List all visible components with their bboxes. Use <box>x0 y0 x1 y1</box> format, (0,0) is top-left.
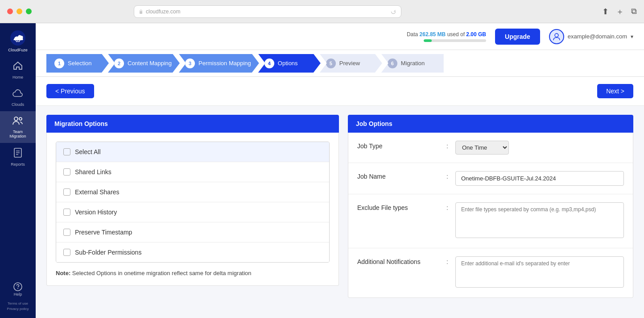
cloudfuze-logo-icon <box>9 29 26 46</box>
sidebar-item-team-migration[interactable]: Team Migration <box>0 111 36 143</box>
option-preserve-timestamp[interactable]: Preserve Timestamp <box>56 222 329 243</box>
step-6-num: 6 <box>388 59 397 68</box>
step-6[interactable]: 6 Migration <box>381 54 444 73</box>
subfolder-permissions-checkbox[interactable] <box>63 249 70 256</box>
address-bar[interactable]: cloudfuze.com <box>134 5 401 18</box>
sidebar-item-clouds[interactable]: Clouds <box>0 84 36 111</box>
additional-notifications-row: Additional Notifications : <box>348 248 633 297</box>
step-5[interactable]: 5 Preview <box>320 54 382 73</box>
option-shared-links[interactable]: Shared Links <box>56 162 329 182</box>
home-icon <box>12 60 23 74</box>
option-select-all[interactable]: Select All <box>56 142 329 162</box>
share-icon[interactable]: ⬆ <box>602 7 609 17</box>
data-usage: Data 262.85 MB used of 2.00 GB <box>407 31 486 42</box>
nav-buttons: < Previous Next > <box>36 77 644 106</box>
mac-maximize-button[interactable] <box>26 8 32 14</box>
stepper: 1 Selection 2 Content Mapping 3 Permissi… <box>46 54 444 73</box>
step-5-label: Preview <box>339 60 360 67</box>
step-5-num: 5 <box>326 59 336 68</box>
help-icon <box>12 281 23 292</box>
sidebar-item-reports[interactable]: Reports <box>0 143 36 171</box>
user-avatar <box>549 29 564 44</box>
exclude-file-types-textarea[interactable] <box>455 202 624 238</box>
job-name-colon: : <box>446 171 455 180</box>
job-name-label: Job Name <box>357 171 446 180</box>
user-menu[interactable]: example@domain.com ▾ <box>549 29 633 44</box>
step-4-label: Options <box>278 60 298 67</box>
preserve-timestamp-checkbox[interactable] <box>63 229 70 236</box>
top-bar: Data 262.85 MB used of 2.00 GB Upgrade <box>36 23 644 50</box>
shared-links-checkbox[interactable] <box>63 168 70 176</box>
data-total: 2.00 GB <box>466 31 486 38</box>
migration-options-body: Select All Shared Links External Shares <box>46 133 339 286</box>
sidebar: CloudFuze Home Clouds <box>0 23 36 318</box>
next-button[interactable]: Next > <box>597 84 633 98</box>
options-list: Select All Shared Links External Shares <box>56 142 330 263</box>
option-version-history[interactable]: Version History <box>56 202 329 222</box>
mac-window-chrome: cloudfuze.com ⬆ ＋ ⧉ <box>0 0 644 23</box>
note-body: Selected Options in onetime migration re… <box>70 270 251 276</box>
sidebar-logo-text: CloudFuze <box>8 48 28 52</box>
svg-point-2 <box>14 117 18 121</box>
tabs-icon[interactable]: ⧉ <box>631 7 637 16</box>
preserve-timestamp-label: Preserve Timestamp <box>75 229 132 236</box>
sidebar-item-home[interactable]: Home <box>0 56 36 84</box>
svg-point-9 <box>17 288 18 289</box>
new-tab-icon[interactable]: ＋ <box>616 6 624 17</box>
exclude-file-types-label: Exclude File types <box>357 202 446 211</box>
external-shares-label: External Shares <box>75 188 120 196</box>
sidebar-terms: Terms of use Privacy policy <box>7 301 29 314</box>
privacy-policy-link[interactable]: Privacy policy <box>7 306 29 312</box>
lock-icon <box>139 9 143 14</box>
sidebar-item-home-label: Home <box>12 75 23 80</box>
user-chevron-icon: ▾ <box>631 33 633 40</box>
step-1-label: Selection <box>68 60 91 67</box>
version-history-label: Version History <box>75 209 117 216</box>
progress-bar <box>424 39 486 42</box>
step-6-label: Migration <box>401 60 425 67</box>
step-4[interactable]: 4 Options <box>258 54 321 73</box>
mac-minimize-button[interactable] <box>17 8 22 14</box>
migration-options-header: Migration Options <box>46 115 339 133</box>
mac-close-button[interactable] <box>7 8 13 14</box>
step-3[interactable]: 3 Permission Mapping <box>179 54 259 73</box>
url-text: cloudfuze.com <box>146 8 388 15</box>
step-1-num: 1 <box>54 59 64 68</box>
terms-of-use-link[interactable]: Terms of use <box>7 301 29 306</box>
external-shares-checkbox[interactable] <box>63 188 70 196</box>
step-2-label: Content Mapping <box>128 60 172 67</box>
step-2[interactable]: 2 Content Mapping <box>108 54 180 73</box>
step-1[interactable]: 1 Selection <box>46 54 109 73</box>
step-4-num: 4 <box>264 59 274 68</box>
additional-notifications-textarea[interactable] <box>455 256 624 288</box>
sidebar-help-label: Help <box>14 292 22 297</box>
job-name-value <box>455 171 624 186</box>
option-subfolder-permissions[interactable]: Sub-Folder Permissions <box>56 243 329 262</box>
shared-links-label: Shared Links <box>75 168 111 176</box>
exclude-file-types-value <box>455 202 624 240</box>
job-options-header: Job Options <box>348 115 633 133</box>
additional-notifications-colon: : <box>446 256 455 265</box>
sidebar-item-team-migration-label: Team Migration <box>9 130 26 138</box>
note-prefix: Note: <box>56 270 70 276</box>
data-usage-text: Data 262.85 MB used of 2.00 GB <box>407 31 486 38</box>
sidebar-help[interactable]: Help <box>12 277 23 301</box>
version-history-checkbox[interactable] <box>63 209 70 216</box>
option-external-shares[interactable]: External Shares <box>56 182 329 202</box>
step-2-num: 2 <box>114 59 124 68</box>
sidebar-item-reports-label: Reports <box>11 162 25 167</box>
stepper-container: 1 Selection 2 Content Mapping 3 Permissi… <box>36 50 644 77</box>
sidebar-bottom: Help Terms of use Privacy policy <box>0 277 36 318</box>
refresh-icon[interactable] <box>390 8 396 15</box>
exclude-file-types-row: Exclude File types : <box>348 194 633 248</box>
job-name-input[interactable] <box>455 171 624 186</box>
svg-rect-0 <box>140 11 142 14</box>
subfolder-permissions-label: Sub-Folder Permissions <box>75 249 141 256</box>
select-all-checkbox[interactable] <box>63 148 70 155</box>
additional-notifications-value <box>455 256 624 289</box>
upgrade-button[interactable]: Upgrade <box>495 29 540 45</box>
job-type-select[interactable]: One Time Delta <box>455 141 509 155</box>
job-type-label: Job Type <box>357 141 446 150</box>
previous-button[interactable]: < Previous <box>46 84 94 98</box>
user-name: example@domain.com <box>568 33 627 40</box>
